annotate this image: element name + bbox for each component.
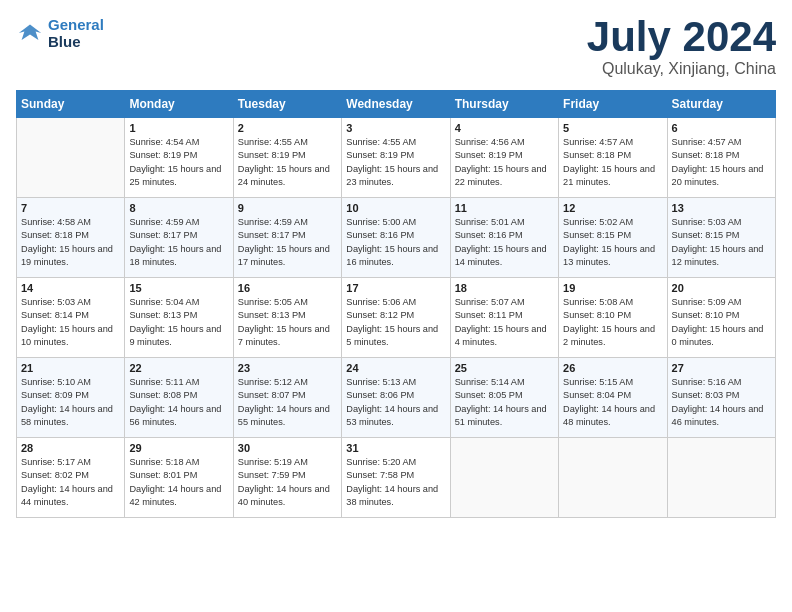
calendar-cell: 3Sunrise: 4:55 AMSunset: 8:19 PMDaylight…	[342, 118, 450, 198]
calendar-cell: 4Sunrise: 4:56 AMSunset: 8:19 PMDaylight…	[450, 118, 558, 198]
header-monday: Monday	[125, 91, 233, 118]
header-friday: Friday	[559, 91, 667, 118]
calendar-cell: 30Sunrise: 5:19 AMSunset: 7:59 PMDayligh…	[233, 438, 341, 518]
calendar-cell: 15Sunrise: 5:04 AMSunset: 8:13 PMDayligh…	[125, 278, 233, 358]
day-info: Sunrise: 4:57 AMSunset: 8:18 PMDaylight:…	[672, 136, 771, 189]
day-number: 4	[455, 122, 554, 134]
calendar-cell: 5Sunrise: 4:57 AMSunset: 8:18 PMDaylight…	[559, 118, 667, 198]
day-info: Sunrise: 5:07 AMSunset: 8:11 PMDaylight:…	[455, 296, 554, 349]
day-info: Sunrise: 5:04 AMSunset: 8:13 PMDaylight:…	[129, 296, 228, 349]
day-number: 11	[455, 202, 554, 214]
calendar-cell: 7Sunrise: 4:58 AMSunset: 8:18 PMDaylight…	[17, 198, 125, 278]
day-info: Sunrise: 5:20 AMSunset: 7:58 PMDaylight:…	[346, 456, 445, 509]
day-number: 2	[238, 122, 337, 134]
calendar-cell: 25Sunrise: 5:14 AMSunset: 8:05 PMDayligh…	[450, 358, 558, 438]
day-info: Sunrise: 5:03 AMSunset: 8:15 PMDaylight:…	[672, 216, 771, 269]
calendar-cell: 23Sunrise: 5:12 AMSunset: 8:07 PMDayligh…	[233, 358, 341, 438]
week-row-4: 21Sunrise: 5:10 AMSunset: 8:09 PMDayligh…	[17, 358, 776, 438]
day-info: Sunrise: 4:57 AMSunset: 8:18 PMDaylight:…	[563, 136, 662, 189]
day-info: Sunrise: 5:11 AMSunset: 8:08 PMDaylight:…	[129, 376, 228, 429]
title-block: July 2024 Qulukay, Xinjiang, China	[587, 16, 776, 78]
day-number: 7	[21, 202, 120, 214]
logo-blue: Blue	[48, 33, 81, 50]
day-number: 10	[346, 202, 445, 214]
calendar-table: SundayMondayTuesdayWednesdayThursdayFrid…	[16, 90, 776, 518]
day-number: 3	[346, 122, 445, 134]
day-info: Sunrise: 5:14 AMSunset: 8:05 PMDaylight:…	[455, 376, 554, 429]
calendar-cell: 11Sunrise: 5:01 AMSunset: 8:16 PMDayligh…	[450, 198, 558, 278]
day-info: Sunrise: 4:55 AMSunset: 8:19 PMDaylight:…	[238, 136, 337, 189]
day-info: Sunrise: 4:58 AMSunset: 8:18 PMDaylight:…	[21, 216, 120, 269]
day-info: Sunrise: 4:56 AMSunset: 8:19 PMDaylight:…	[455, 136, 554, 189]
calendar-cell: 14Sunrise: 5:03 AMSunset: 8:14 PMDayligh…	[17, 278, 125, 358]
day-number: 27	[672, 362, 771, 374]
calendar-cell: 28Sunrise: 5:17 AMSunset: 8:02 PMDayligh…	[17, 438, 125, 518]
day-info: Sunrise: 5:16 AMSunset: 8:03 PMDaylight:…	[672, 376, 771, 429]
day-number: 1	[129, 122, 228, 134]
day-info: Sunrise: 5:18 AMSunset: 8:01 PMDaylight:…	[129, 456, 228, 509]
day-info: Sunrise: 5:19 AMSunset: 7:59 PMDaylight:…	[238, 456, 337, 509]
day-number: 31	[346, 442, 445, 454]
day-number: 16	[238, 282, 337, 294]
day-info: Sunrise: 4:59 AMSunset: 8:17 PMDaylight:…	[238, 216, 337, 269]
location-subtitle: Qulukay, Xinjiang, China	[587, 60, 776, 78]
calendar-cell: 16Sunrise: 5:05 AMSunset: 8:13 PMDayligh…	[233, 278, 341, 358]
logo-general: General	[48, 16, 104, 33]
calendar-cell: 20Sunrise: 5:09 AMSunset: 8:10 PMDayligh…	[667, 278, 775, 358]
day-number: 8	[129, 202, 228, 214]
day-info: Sunrise: 5:03 AMSunset: 8:14 PMDaylight:…	[21, 296, 120, 349]
logo-text: General Blue	[48, 16, 104, 51]
day-number: 13	[672, 202, 771, 214]
day-number: 30	[238, 442, 337, 454]
calendar-cell: 18Sunrise: 5:07 AMSunset: 8:11 PMDayligh…	[450, 278, 558, 358]
logo: General Blue	[16, 16, 104, 51]
calendar-cell	[559, 438, 667, 518]
calendar-cell: 2Sunrise: 4:55 AMSunset: 8:19 PMDaylight…	[233, 118, 341, 198]
calendar-cell	[450, 438, 558, 518]
calendar-cell: 12Sunrise: 5:02 AMSunset: 8:15 PMDayligh…	[559, 198, 667, 278]
calendar-cell: 19Sunrise: 5:08 AMSunset: 8:10 PMDayligh…	[559, 278, 667, 358]
day-number: 22	[129, 362, 228, 374]
header-saturday: Saturday	[667, 91, 775, 118]
day-number: 12	[563, 202, 662, 214]
day-info: Sunrise: 5:09 AMSunset: 8:10 PMDaylight:…	[672, 296, 771, 349]
day-number: 18	[455, 282, 554, 294]
calendar-cell	[17, 118, 125, 198]
day-info: Sunrise: 5:10 AMSunset: 8:09 PMDaylight:…	[21, 376, 120, 429]
day-info: Sunrise: 5:00 AMSunset: 8:16 PMDaylight:…	[346, 216, 445, 269]
day-info: Sunrise: 5:08 AMSunset: 8:10 PMDaylight:…	[563, 296, 662, 349]
day-info: Sunrise: 5:17 AMSunset: 8:02 PMDaylight:…	[21, 456, 120, 509]
calendar-cell: 31Sunrise: 5:20 AMSunset: 7:58 PMDayligh…	[342, 438, 450, 518]
day-info: Sunrise: 5:12 AMSunset: 8:07 PMDaylight:…	[238, 376, 337, 429]
calendar-header-row: SundayMondayTuesdayWednesdayThursdayFrid…	[17, 91, 776, 118]
calendar-cell: 22Sunrise: 5:11 AMSunset: 8:08 PMDayligh…	[125, 358, 233, 438]
day-number: 9	[238, 202, 337, 214]
calendar-cell: 26Sunrise: 5:15 AMSunset: 8:04 PMDayligh…	[559, 358, 667, 438]
day-number: 23	[238, 362, 337, 374]
day-info: Sunrise: 5:13 AMSunset: 8:06 PMDaylight:…	[346, 376, 445, 429]
day-number: 24	[346, 362, 445, 374]
calendar-cell: 10Sunrise: 5:00 AMSunset: 8:16 PMDayligh…	[342, 198, 450, 278]
header-tuesday: Tuesday	[233, 91, 341, 118]
day-number: 26	[563, 362, 662, 374]
calendar-cell: 24Sunrise: 5:13 AMSunset: 8:06 PMDayligh…	[342, 358, 450, 438]
calendar-cell: 6Sunrise: 4:57 AMSunset: 8:18 PMDaylight…	[667, 118, 775, 198]
day-number: 14	[21, 282, 120, 294]
calendar-cell: 21Sunrise: 5:10 AMSunset: 8:09 PMDayligh…	[17, 358, 125, 438]
day-info: Sunrise: 5:15 AMSunset: 8:04 PMDaylight:…	[563, 376, 662, 429]
page-header: General Blue July 2024 Qulukay, Xinjiang…	[16, 16, 776, 78]
header-sunday: Sunday	[17, 91, 125, 118]
header-thursday: Thursday	[450, 91, 558, 118]
day-number: 6	[672, 122, 771, 134]
day-number: 15	[129, 282, 228, 294]
calendar-cell	[667, 438, 775, 518]
day-number: 19	[563, 282, 662, 294]
day-info: Sunrise: 4:54 AMSunset: 8:19 PMDaylight:…	[129, 136, 228, 189]
calendar-cell: 17Sunrise: 5:06 AMSunset: 8:12 PMDayligh…	[342, 278, 450, 358]
week-row-2: 7Sunrise: 4:58 AMSunset: 8:18 PMDaylight…	[17, 198, 776, 278]
day-info: Sunrise: 5:02 AMSunset: 8:15 PMDaylight:…	[563, 216, 662, 269]
calendar-cell: 13Sunrise: 5:03 AMSunset: 8:15 PMDayligh…	[667, 198, 775, 278]
day-number: 5	[563, 122, 662, 134]
day-info: Sunrise: 5:05 AMSunset: 8:13 PMDaylight:…	[238, 296, 337, 349]
calendar-cell: 9Sunrise: 4:59 AMSunset: 8:17 PMDaylight…	[233, 198, 341, 278]
